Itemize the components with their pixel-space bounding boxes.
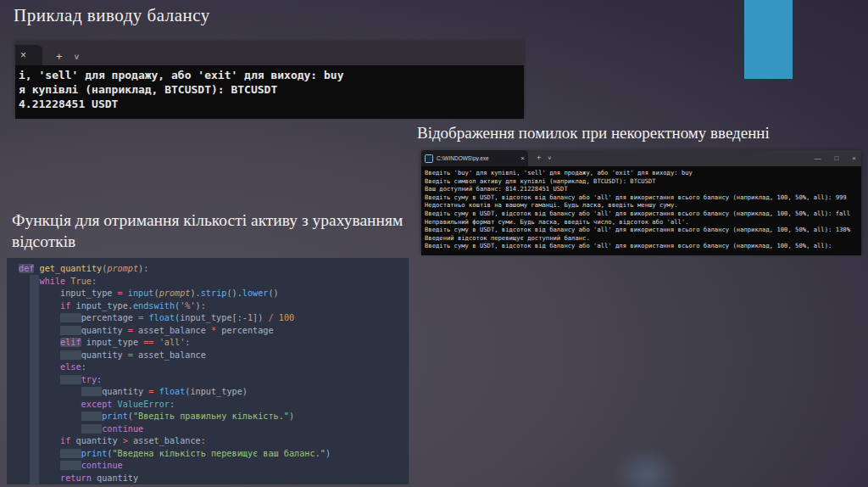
code-line: percentage = float(input_type[:-1]) / 10… xyxy=(19,312,409,325)
terminal-tab-bar: × + ˅ xyxy=(15,41,524,65)
code-line: if input_type.endswith('%'): xyxy=(19,300,409,313)
terminal-line: Введіть символ активу для купівлі (напри… xyxy=(425,177,861,186)
minimize-button[interactable]: — xyxy=(814,155,821,162)
indent-guide-highlight xyxy=(30,275,39,484)
terminal-title-bar: C:\WINDOWS\py.exe × + ˅ — □ × xyxy=(421,150,861,166)
terminal-line: і, 'sell' для продажу, або 'exit' для ви… xyxy=(19,68,524,82)
terminal-line: Введіть суму в USDT, відсоток від баланс… xyxy=(425,193,861,202)
terminal-line: Ваш доступний баланс: 814.21228451 USDT xyxy=(425,185,861,193)
code-line: return quantity xyxy=(19,473,409,485)
code-line: def get_quantity(prompt): xyxy=(19,263,409,276)
window-controls: — □ × xyxy=(814,150,856,166)
code-line: quantity = float(input_type) xyxy=(19,386,409,399)
error-section-heading: Відображення помилок при некоректному вв… xyxy=(417,124,770,143)
tab-close-icon[interactable]: × xyxy=(20,50,26,60)
terminal-line: я купівлі (наприклад, BTCUSDT): BTCUSDT xyxy=(19,82,524,97)
code-line: elif input_type == 'all': xyxy=(19,337,409,350)
code-line: quantity = asset_balance * percentage xyxy=(19,325,409,338)
tab-dropdown-icon[interactable]: ˅ xyxy=(75,53,80,62)
code-line: continue xyxy=(19,460,409,473)
tab-close-icon[interactable]: × xyxy=(520,155,525,162)
code-line: else: xyxy=(19,361,409,374)
code-editor: def get_quantity(prompt): while True: in… xyxy=(7,258,409,484)
function-section-heading: Функція для отримання кількості активу з… xyxy=(12,210,414,253)
terminal-line: Недостатньо коштів на вашому гаманці. Бу… xyxy=(425,201,861,210)
terminal-tab[interactable]: × xyxy=(15,45,42,65)
code-line: continue xyxy=(19,423,409,436)
terminal-line: Неправильний формат суми. Будь ласка, вв… xyxy=(425,218,861,227)
terminal-line: Введений відсоток перевищує доступний ба… xyxy=(425,234,861,243)
code-line: print("Введіть правильну кількість.") xyxy=(19,411,409,423)
page-title: Приклад виводу балансу xyxy=(14,5,210,26)
terminal-line: 4.21228451 USDT xyxy=(19,97,524,111)
code-line: if quantity > asset_balance: xyxy=(19,435,409,448)
terminal-window-small: × + ˅ і, 'sell' для продажу, або 'exit' … xyxy=(15,41,524,116)
maximize-button[interactable]: □ xyxy=(834,155,838,162)
code-line: print("Введена кількість перевищує ваш б… xyxy=(19,448,409,461)
tab-dropdown-icon[interactable]: ˅ xyxy=(548,155,551,161)
code-line: except ValueError: xyxy=(19,399,409,411)
code-line: try: xyxy=(19,374,409,387)
terminal-window-large: C:\WINDOWS\py.exe × + ˅ — □ × Введіть 'b… xyxy=(421,150,861,253)
tab-title: C:\WINDOWS\py.exe xyxy=(437,155,520,161)
terminal-line: Введіть суму в USDT, відсоток від баланс… xyxy=(425,226,861,234)
new-tab-button[interactable]: + xyxy=(56,51,63,62)
code-line: input_type = input(prompt).strip().lower… xyxy=(19,288,409,300)
terminal-output: і, 'sell' для продажу, або 'exit' для ви… xyxy=(15,65,524,119)
terminal-line: Введіть 'buy' для купівлі, 'sell' для пр… xyxy=(425,169,861,177)
terminal-line: Введіть суму в USDT, відсоток від баланс… xyxy=(425,210,861,218)
accent-rectangle xyxy=(744,0,793,79)
new-tab-button[interactable]: + xyxy=(537,154,541,162)
close-button[interactable]: × xyxy=(852,155,856,162)
console-icon xyxy=(425,154,433,163)
code-lines: def get_quantity(prompt): while True: in… xyxy=(7,258,409,484)
terminal-tab[interactable]: C:\WINDOWS\py.exe × xyxy=(421,150,528,166)
terminal-line: Введіть суму в USDT, відсоток від баланс… xyxy=(425,242,861,250)
terminal-output: Введіть 'buy' для купівлі, 'sell' для пр… xyxy=(421,166,861,255)
code-line: quantity = asset_balance xyxy=(19,350,409,362)
code-line: while True: xyxy=(19,276,409,288)
